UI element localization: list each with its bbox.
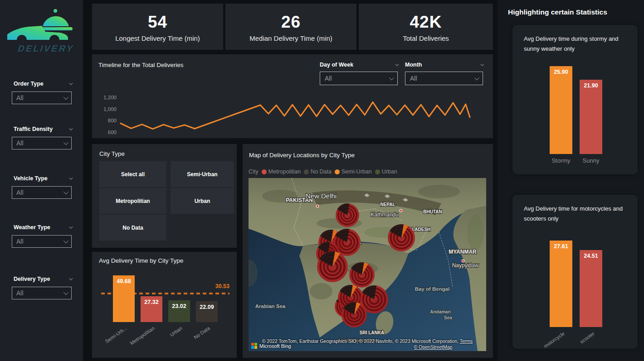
city-button-metropolitian[interactable]: Metropolitian (99, 188, 166, 214)
delivery-logo: DELIVERY (5, 5, 78, 51)
filter-delivery-type: Delivery Type All (12, 276, 72, 299)
logo-text: DELIVERY (4, 43, 88, 54)
filter-vehicle-type: Vehicle Type All (12, 175, 72, 199)
city-button-semi-urban[interactable]: Semi-Urban (171, 161, 234, 187)
bar-urban[interactable]: 23.02 (168, 300, 190, 322)
chevron-down-icon[interactable] (69, 126, 73, 130)
map-place-label: Naypyidaw (452, 262, 479, 269)
weather-chart-card: Avg Delivery time during stormy and sunn… (512, 25, 638, 174)
kpi-median-delivery: 26 Median Delivery Time (min) (225, 4, 356, 50)
map-marker[interactable] (349, 262, 375, 288)
openstreetmap-link[interactable]: © OpenStreetMap (414, 344, 453, 350)
y-axis-tick: 1,200 (98, 95, 117, 100)
bar-metropolitian[interactable]: 27.32 (141, 296, 162, 322)
bar-semi-urb-[interactable]: 49.68 (113, 275, 135, 322)
legend-dot (304, 169, 309, 174)
map-place-label: Andaman (430, 309, 451, 314)
map-title: Map of Delivery Locations by City Type (249, 152, 355, 159)
chevron-down-icon[interactable] (69, 176, 73, 179)
statistics-heading: Highlighting certain Statistics (508, 8, 607, 16)
filter-label: Traffic Density (14, 126, 53, 132)
legend-item-no-data[interactable]: No Data (304, 168, 332, 175)
kpi-label: Median Delivery Time (min) (225, 34, 356, 42)
vehicle-type-dropdown[interactable]: All (12, 186, 72, 199)
timeline-title: Timeline for the Total Deliveries (98, 62, 184, 68)
kpi-value: 54 (92, 13, 223, 32)
chevron-down-icon[interactable] (395, 62, 399, 66)
delivery-type-dropdown[interactable]: All (12, 287, 72, 299)
chevron-down-icon (63, 238, 68, 243)
chevron-down-icon (389, 75, 394, 80)
city-button-no-data[interactable]: No Data (99, 215, 166, 241)
map-place-label: New Delhi (306, 192, 337, 200)
bar-sunny[interactable]: 21.90 (580, 80, 602, 154)
chevron-down-icon[interactable] (69, 225, 73, 228)
legend-dot (335, 169, 340, 174)
y-axis-tick: 600 (98, 130, 117, 135)
bar-value-label: 25.90 (550, 69, 572, 75)
kpi-longest-delivery: 54 Longest Delivery Time (min) (92, 4, 223, 50)
chevron-down-icon[interactable] (480, 62, 484, 66)
order-type-dropdown[interactable]: All (12, 91, 72, 104)
map-marker[interactable] (388, 224, 415, 251)
bar-value-label: 21.90 (580, 82, 602, 89)
weather-chart-title: Avg Delivery time during stormy and sunn… (524, 34, 630, 54)
microsoft-icon (251, 343, 257, 349)
terms-link[interactable]: Terms (460, 338, 473, 344)
avg-city-title: Avg Delivery Time by City Type (99, 257, 183, 264)
traffic-density-dropdown[interactable]: All (12, 137, 72, 149)
vehicle-chart-title: Avg Delivery time for motorcycles and sc… (524, 204, 630, 224)
bar-scooter[interactable]: 24.51 (580, 250, 602, 327)
kpi-total-deliveries: 42K Total Deliveries (359, 4, 493, 50)
city-type-panel: City Type Select all Semi-Urban Metropol… (92, 144, 237, 248)
bar-motorcycle[interactable]: 27.61 (550, 241, 572, 327)
legend-dot (375, 169, 380, 174)
filter-order-type: Order Type All (12, 81, 72, 104)
bar-value-label: 49.68 (113, 278, 135, 284)
city-button-select-all[interactable]: Select all (99, 161, 166, 187)
map-marker[interactable] (342, 302, 367, 327)
y-axis-tick: 800 (98, 118, 117, 123)
day-of-week-dropdown[interactable]: All (320, 72, 398, 85)
filter-label: Order Type (14, 81, 44, 87)
map-marker[interactable] (317, 251, 348, 282)
y-axis-tick: 1,000 (98, 106, 117, 112)
microsoft-bing-logo[interactable]: Microsoft Bing (251, 343, 291, 349)
month-dropdown[interactable]: All (405, 72, 483, 85)
x-axis-label: motorcycle (542, 331, 565, 349)
deliveries-line-chart[interactable] (118, 94, 473, 140)
avg-delivery-by-city-panel: Avg Delivery Time by City Type 30.53 49.… (92, 252, 237, 358)
city-button-urban[interactable]: Urban (171, 188, 234, 214)
chevron-down-icon (474, 75, 479, 80)
bar-value-label: 27.61 (550, 243, 572, 250)
filter-label: Vehicle Type (14, 175, 48, 182)
weather-type-dropdown[interactable]: All (12, 235, 72, 248)
kpi-value: 42K (359, 13, 493, 32)
map-place-label: Bay of Bengal (415, 286, 450, 292)
timeline-line[interactable] (121, 102, 470, 129)
map-place-label: Sea (444, 315, 452, 320)
chevron-down-icon (63, 95, 68, 100)
map-canvas[interactable]: PAKISTANNew DelhiNEPALKathmanduBHUTANBAN… (249, 178, 486, 351)
day-of-week-slicer-header: Day of Week (320, 62, 398, 68)
chevron-down-icon[interactable] (69, 81, 73, 85)
bar-no-data[interactable]: 22.09 (196, 301, 218, 322)
reference-line-label: 30.53 (215, 283, 229, 289)
bar-value-label: 27.32 (141, 299, 162, 305)
legend-title: City (249, 168, 259, 175)
map-place-label: MYANMAR (449, 249, 477, 255)
filter-weather-type: Weather Type All (12, 224, 72, 248)
legend-item-metropolitian[interactable]: Metropolitian (262, 168, 301, 175)
x-axis-label: Sunny (573, 157, 609, 164)
map-panel: Map of Delivery Locations by City Type C… (243, 144, 493, 358)
legend-item-urban[interactable]: Urban (375, 168, 397, 175)
chevron-down-icon (63, 189, 68, 194)
chevron-down-icon (63, 290, 68, 295)
bar-stormy[interactable]: 25.90 (550, 66, 572, 154)
city-type-title: City Type (99, 150, 125, 157)
map-marker[interactable] (336, 203, 359, 227)
bing-map[interactable]: PAKISTANNew DelhiNEPALKathmanduBHUTANBAN… (249, 178, 486, 351)
legend-item-semi-urban[interactable]: Semi-Urban (335, 168, 372, 175)
chevron-down-icon[interactable] (69, 276, 73, 280)
sidebar: DELIVERY Order Type All Traffic Density … (0, 0, 83, 361)
